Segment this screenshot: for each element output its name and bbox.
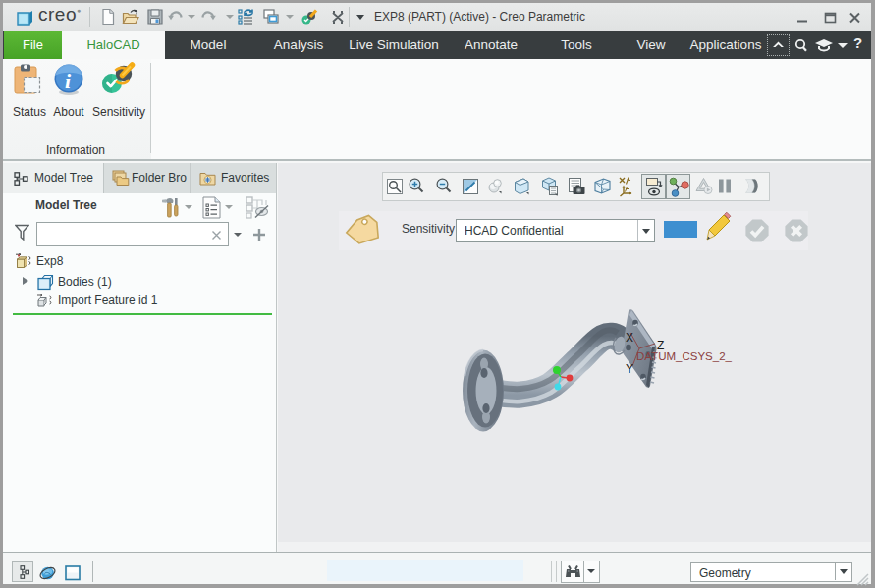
svg-text:i: i [65, 69, 72, 93]
